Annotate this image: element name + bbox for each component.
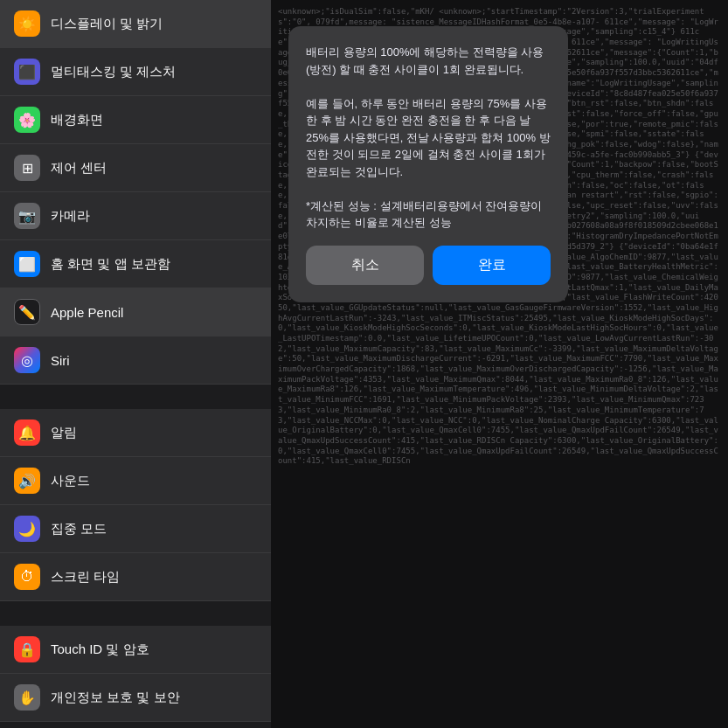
sound-icon: 🔊 [14,468,40,494]
alarm-icon: 🔔 [14,419,40,446]
sidebar-item-display[interactable]: ☀️ 디스플레이 및 밝기 [0,0,271,48]
section-divider-3 [0,722,271,728]
sidebar-item-wallpaper[interactable]: 🌸 배경화면 [0,96,271,144]
sidebar-item-control[interactable]: ⊞ 제어 센터 [0,144,271,192]
dialog-buttons: 취소 완료 [306,246,551,285]
section-divider-2 [0,601,271,626]
sidebar-item-pencil[interactable]: ✏️ Apple Pencil [0,288,271,336]
sidebar-item-label: Apple Pencil [51,305,123,320]
sidebar-item-label: 개인정보 보호 및 보안 [51,690,180,706]
sidebar-item-label: 사운드 [51,473,90,489]
control-icon: ⊞ [14,155,40,181]
sidebar-item-label: Siri [51,353,70,368]
sidebar-item-multitask[interactable]: ⬛ 멀티태스킹 및 제스처 [0,48,271,96]
sidebar-item-label: Touch ID 및 암호 [51,641,149,658]
siri-icon: ◎ [14,347,40,373]
sidebar-item-focus[interactable]: 🌙 집중 모드 [0,505,271,553]
sidebar-item-label: 집중 모드 [51,521,107,537]
sidebar: ☀️ 디스플레이 및 밝기 ⬛ 멀티태스킹 및 제스처 🌸 배경화면 ⊞ 제어 … [0,0,271,728]
sidebar-item-camera[interactable]: 📷 카메라 [0,192,271,240]
wallpaper-icon: 🌸 [14,107,40,133]
dialog-overlay: 배터리 용량의 100%에 해당하는 전력량을 사용(방전) 할 때 충전 사이… [271,0,728,728]
screentime-icon: ⏱ [14,564,40,590]
sidebar-item-privacy[interactable]: ✋ 개인정보 보호 및 보안 [0,674,271,722]
display-icon: ☀️ [14,10,40,37]
camera-icon: 📷 [14,203,40,229]
focus-icon: 🌙 [14,516,40,542]
sidebar-item-sound[interactable]: 🔊 사운드 [0,457,271,505]
pencil-icon: ✏️ [14,299,40,325]
sidebar-item-touchid[interactable]: 🔒 Touch ID 및 암호 [0,626,271,674]
sidebar-item-label: 디스플레이 및 밝기 [51,16,163,32]
homescreen-icon: ⬜ [14,251,40,277]
sidebar-item-alarm[interactable]: 🔔 알림 [0,409,271,457]
section-divider-1 [0,385,271,409]
dialog-text: 배터리 용량의 100%에 해당하는 전력량을 사용(방전) 할 때 충전 사이… [306,44,551,232]
privacy-icon: ✋ [14,684,40,711]
sidebar-item-label: 멀티태스킹 및 제스처 [51,64,176,80]
multitask-icon: ⬛ [14,59,40,85]
touchid-icon: 🔒 [14,636,40,662]
sidebar-item-label: 알림 [51,425,77,441]
dialog-box: 배터리 용량의 100%에 해당하는 전력량을 사용(방전) 할 때 충전 사이… [288,26,568,302]
sidebar-item-siri[interactable]: ◎ Siri [0,336,271,385]
sidebar-item-homescreen[interactable]: ⬜ 홈 화면 및 앱 보관함 [0,240,271,288]
sidebar-item-screentime[interactable]: ⏱ 스크린 타임 [0,553,271,601]
sidebar-item-label: 홈 화면 및 앱 보관함 [51,256,170,273]
sidebar-item-label: 카메라 [51,208,90,225]
sidebar-item-label: 배경화면 [51,112,103,128]
main-content: <unknown>;"isDualSim":false,"mKH/ <unkno… [271,0,728,728]
sidebar-item-label: 제어 센터 [51,160,107,177]
confirm-button[interactable]: 완료 [433,246,551,285]
sidebar-item-label: 스크린 타임 [51,569,120,586]
cancel-button[interactable]: 취소 [306,246,424,285]
